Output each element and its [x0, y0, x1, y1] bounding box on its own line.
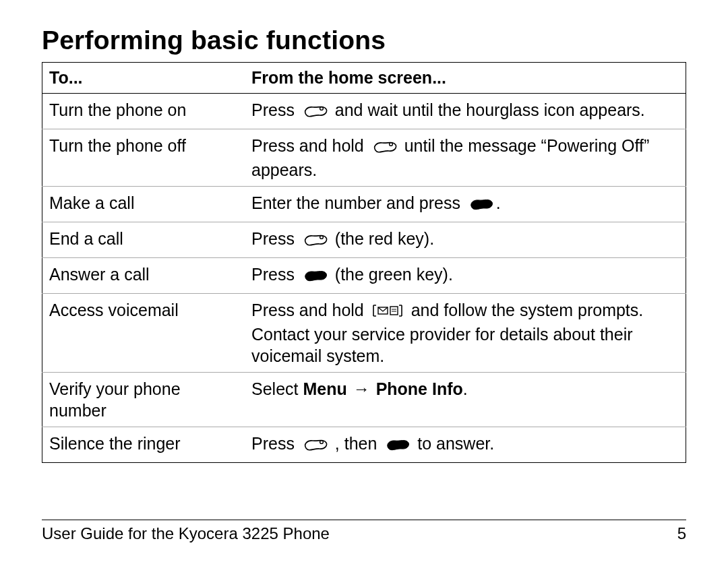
text-run: Menu	[303, 379, 346, 398]
text-run: Press	[251, 229, 299, 248]
table-row: Make a callEnter the number and press .	[42, 187, 686, 222]
footer-page-number: 5	[677, 524, 686, 543]
text-run	[371, 379, 376, 398]
end-key-icon	[302, 102, 328, 123]
table-row: Access voicemailPress and hold and follo…	[42, 294, 686, 373]
end-key-icon	[302, 230, 328, 252]
text-run: to answer.	[413, 434, 494, 453]
send-key-solid-icon	[384, 435, 410, 457]
cell-from: Select Menu → Phone Info.	[245, 373, 686, 427]
table-row: Verify your phone numberSelect Menu → Ph…	[42, 373, 686, 427]
text-run: , then	[330, 434, 382, 453]
end-key-icon	[302, 435, 328, 457]
text-run: .	[496, 193, 501, 212]
text-run	[347, 379, 352, 398]
footer-left: User Guide for the Kyocera 3225 Phone	[42, 524, 330, 543]
cell-from: Press and hold until the message “Poweri…	[245, 129, 686, 187]
text-run: Phone Info	[376, 379, 463, 398]
text-run: and wait until the hourglass icon appear…	[330, 100, 645, 119]
cell-from: Press (the red key).	[245, 222, 686, 258]
table-row: Turn the phone onPress and wait until th…	[42, 94, 686, 129]
table-row: End a callPress (the red key).	[42, 222, 686, 258]
text-run: (the green key).	[330, 265, 453, 284]
text-run: Press	[251, 434, 299, 453]
page-footer: User Guide for the Kyocera 3225 Phone 5	[42, 520, 686, 543]
table-header: To... From the home screen...	[42, 63, 686, 94]
text-run: Enter the number and press	[251, 193, 465, 212]
cell-to: Turn the phone on	[42, 94, 245, 129]
text-run: Press and hold	[251, 136, 369, 155]
menu-arrow-icon: →	[352, 378, 371, 400]
cell-to: Answer a call	[42, 258, 245, 294]
cell-to: Access voicemail	[42, 294, 245, 373]
cell-from: Press and hold and follow the system pro…	[245, 294, 686, 373]
cell-from: Enter the number and press .	[245, 187, 686, 222]
voicemail-key-icon	[371, 302, 404, 323]
text-run: Press	[251, 265, 299, 284]
cell-from: Press , then to answer.	[245, 427, 686, 463]
cell-from: Press (the green key).	[245, 258, 686, 294]
cell-to: End a call	[42, 222, 245, 258]
text-run: (the red key).	[330, 229, 434, 248]
text-run: Press and hold	[251, 301, 369, 319]
table-row: Answer a callPress (the green key).	[42, 258, 686, 294]
functions-table: To... From the home screen... Turn the p…	[42, 62, 686, 463]
svg-rect-4	[390, 307, 398, 315]
send-key-solid-icon	[302, 266, 328, 288]
send-key-solid-icon	[468, 195, 493, 216]
table-row: Silence the ringer Press , then to answe…	[42, 427, 686, 463]
text-run: .	[463, 379, 468, 398]
text-run: Press	[251, 100, 299, 119]
header-to: To...	[42, 63, 245, 94]
text-run: Select	[251, 379, 303, 398]
page-title: Performing basic functions	[42, 26, 686, 55]
end-key-icon	[371, 137, 397, 159]
table-row: Turn the phone offPress and hold until t…	[42, 129, 686, 187]
cell-to: Verify your phone number	[42, 373, 245, 427]
cell-from: Press and wait until the hourglass icon …	[245, 94, 686, 129]
cell-to: Make a call	[42, 187, 245, 222]
cell-to: Turn the phone off	[42, 129, 245, 187]
cell-to: Silence the ringer	[42, 427, 245, 463]
header-from: From the home screen...	[245, 63, 686, 94]
table-body: Turn the phone onPress and wait until th…	[42, 94, 686, 463]
page-root: Performing basic functions To... From th…	[0, 0, 728, 562]
